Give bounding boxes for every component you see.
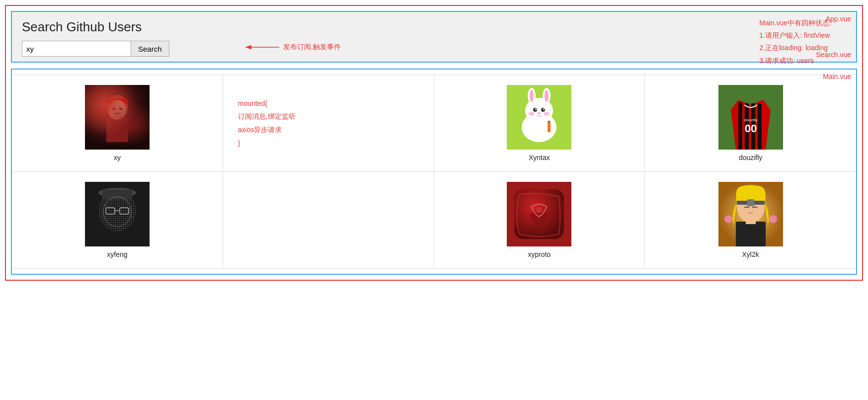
avatar-xyfeng xyxy=(85,182,150,246)
search-section: App.vue Search.vue Search Github Users S… xyxy=(11,11,857,63)
svg-point-18 xyxy=(533,108,537,112)
user-cell-xyl2k: Xyl2k xyxy=(645,172,856,269)
app-container: App.vue Search.vue Search Github Users S… xyxy=(5,5,863,281)
avatar-xyfeng-svg xyxy=(85,182,150,246)
search-button[interactable]: Search xyxy=(131,41,169,57)
main-note-line-0: Main.vue中有四种状态: xyxy=(759,17,831,29)
avatar-xyntax xyxy=(507,85,571,150)
avatar-xyproto-svg xyxy=(507,182,571,246)
svg-text:douzifly: douzifly xyxy=(744,118,757,122)
user-name-xy: xy xyxy=(114,154,121,161)
svg-point-19 xyxy=(541,108,545,112)
svg-point-40 xyxy=(536,207,542,213)
svg-rect-6 xyxy=(106,99,128,104)
svg-line-10 xyxy=(114,113,120,114)
svg-point-23 xyxy=(544,112,550,116)
svg-rect-42 xyxy=(736,222,766,246)
avatar-xyl2k-svg xyxy=(718,182,783,246)
svg-point-7 xyxy=(108,100,126,120)
svg-rect-25 xyxy=(548,122,551,132)
avatar-xyproto xyxy=(507,182,571,246)
avatar-xy xyxy=(85,85,150,150)
svg-point-22 xyxy=(529,112,535,116)
user-cell-xy: xy xyxy=(12,75,223,172)
svg-point-20 xyxy=(535,108,537,110)
search-row: Search 发布订阅,触发事件 xyxy=(22,41,846,57)
user-name-xyntax: Xyntax xyxy=(529,154,550,161)
avatar-xyl2k xyxy=(718,182,783,246)
user-name-douzifly: douzifly xyxy=(739,154,762,161)
svg-point-4 xyxy=(106,95,128,120)
svg-point-24 xyxy=(538,112,541,114)
annotation-text: 发布订阅,触发事件 xyxy=(283,43,341,52)
svg-rect-33 xyxy=(102,190,132,200)
main-note-line-1: 1.请用户输入: firstView xyxy=(759,29,831,42)
avatar-douzifly-svg: 00 douzifly xyxy=(718,85,783,150)
user-cell-douzifly: 00 douzifly douzifly xyxy=(645,75,856,172)
svg-rect-5 xyxy=(106,117,128,142)
svg-point-8 xyxy=(112,108,115,110)
user-name-xyl2k: Xyl2k xyxy=(742,250,759,258)
users-grid: xy mounted{订阅消息,绑定监听axios异步请求} xyxy=(12,75,856,269)
main-vue-label: Main.vue xyxy=(823,73,851,80)
user-cell-xyproto: xyproto xyxy=(434,172,645,269)
svg-point-17 xyxy=(545,90,549,102)
avatar-douzifly: 00 douzifly xyxy=(718,85,783,150)
avatar-xy-svg xyxy=(85,85,150,150)
avatar-xyntax-svg xyxy=(507,85,571,150)
svg-rect-46 xyxy=(747,199,754,206)
search-title: Search Github Users xyxy=(22,19,846,35)
svg-text:00: 00 xyxy=(744,122,756,135)
svg-point-9 xyxy=(119,108,122,110)
main-section: Main.vue xyxy=(11,69,857,275)
mounted-annotation-text: mounted{订阅消息,绑定监听axios异步请求} xyxy=(238,97,296,150)
search-annotation: 发布订阅,触发事件 xyxy=(240,40,341,55)
user-name-xyfeng: xyfeng xyxy=(107,250,127,258)
user-name-xyproto: xyproto xyxy=(528,250,551,258)
svg-point-21 xyxy=(543,108,545,110)
arrow-icon xyxy=(240,40,280,55)
user-cell-empty xyxy=(223,172,434,269)
user-cell-xyfeng: xyfeng xyxy=(12,172,223,269)
svg-rect-3 xyxy=(85,85,150,150)
main-note-line-3: 3.请求成功: users xyxy=(759,55,831,67)
svg-rect-2 xyxy=(85,85,150,150)
svg-point-16 xyxy=(530,90,534,102)
user-cell-xyntax: Xyntax xyxy=(434,75,645,172)
svg-point-47 xyxy=(724,215,732,223)
mounted-annotation-cell: mounted{订阅消息,绑定监听axios异步请求} xyxy=(223,75,434,172)
svg-point-48 xyxy=(769,215,777,223)
search-input[interactable] xyxy=(22,41,131,57)
main-note-line-2: 2.正在loading: loading xyxy=(759,42,831,54)
